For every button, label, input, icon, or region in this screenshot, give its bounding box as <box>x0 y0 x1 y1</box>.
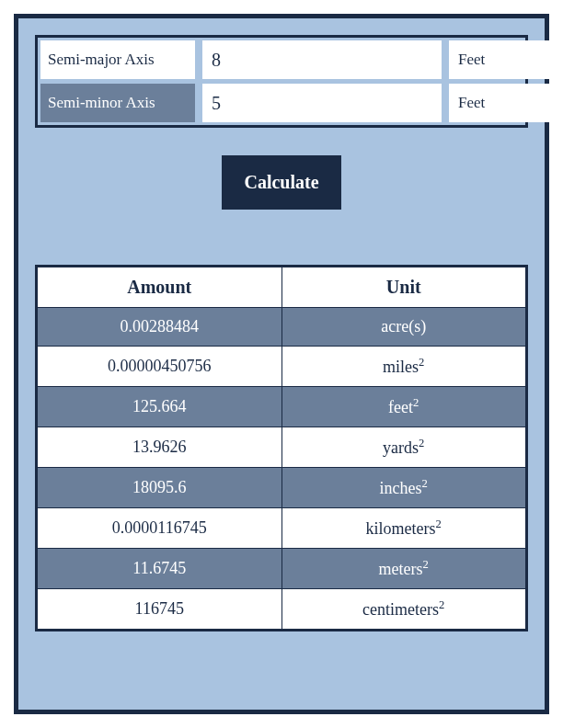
result-amount: 0.00288484 <box>37 308 282 347</box>
superscript: 2 <box>422 477 428 490</box>
table-row: 18095.6inches2 <box>37 468 527 508</box>
calculator-container: Semi-major Axis Feet Semi-minor Axis Fee… <box>14 14 549 714</box>
result-amount: 116745 <box>37 589 282 631</box>
input-panel: Semi-major Axis Feet Semi-minor Axis Fee… <box>35 35 528 128</box>
results-table: Amount Unit 0.00288484acre(s)0.000004507… <box>35 265 528 631</box>
header-unit: Unit <box>282 267 527 308</box>
superscript: 2 <box>419 437 424 449</box>
result-unit: acre(s) <box>282 308 527 347</box>
result-unit: centimeters2 <box>282 589 527 631</box>
table-row: 0.0000116745kilometers2 <box>37 508 527 549</box>
result-unit: kilometers2 <box>282 508 527 549</box>
result-amount: 13.9626 <box>37 427 282 468</box>
input-row-semi-major: Semi-major Axis Feet <box>40 40 523 79</box>
result-unit: miles2 <box>282 347 527 387</box>
superscript: 2 <box>439 598 444 611</box>
calculate-button[interactable]: Calculate <box>222 155 340 210</box>
table-row: 11.6745meters2 <box>37 549 527 589</box>
table-row: 0.00288484acre(s) <box>37 308 527 347</box>
table-row: 116745centimeters2 <box>37 589 527 631</box>
result-unit: feet2 <box>282 387 527 427</box>
table-row: 13.9626yards2 <box>37 427 527 468</box>
superscript: 2 <box>413 396 419 409</box>
superscript: 2 <box>436 518 442 530</box>
semi-minor-input[interactable] <box>202 84 442 122</box>
superscript: 2 <box>419 356 424 369</box>
semi-minor-unit-value: Feet <box>458 94 485 112</box>
result-unit: inches2 <box>282 468 527 508</box>
results-header-row: Amount Unit <box>37 267 527 308</box>
superscript: 2 <box>423 558 429 571</box>
result-unit: meters2 <box>282 549 527 589</box>
result-unit: yards2 <box>282 427 527 468</box>
input-row-semi-minor: Semi-minor Axis Feet <box>40 84 523 122</box>
result-amount: 0.00000450756 <box>37 347 282 387</box>
semi-major-label: Semi-major Axis <box>40 40 195 79</box>
semi-minor-label: Semi-minor Axis <box>40 84 195 122</box>
semi-major-input[interactable] <box>202 40 442 79</box>
result-amount: 125.664 <box>37 387 282 427</box>
result-amount: 11.6745 <box>37 549 282 589</box>
table-row: 0.00000450756miles2 <box>37 347 527 387</box>
semi-minor-unit-select[interactable]: Feet <box>449 84 563 122</box>
header-amount: Amount <box>37 267 282 308</box>
table-row: 125.664feet2 <box>37 387 527 427</box>
semi-major-unit-value: Feet <box>458 51 485 69</box>
result-amount: 0.0000116745 <box>37 508 282 549</box>
result-amount: 18095.6 <box>37 468 282 508</box>
semi-major-unit-select[interactable]: Feet <box>449 40 563 79</box>
